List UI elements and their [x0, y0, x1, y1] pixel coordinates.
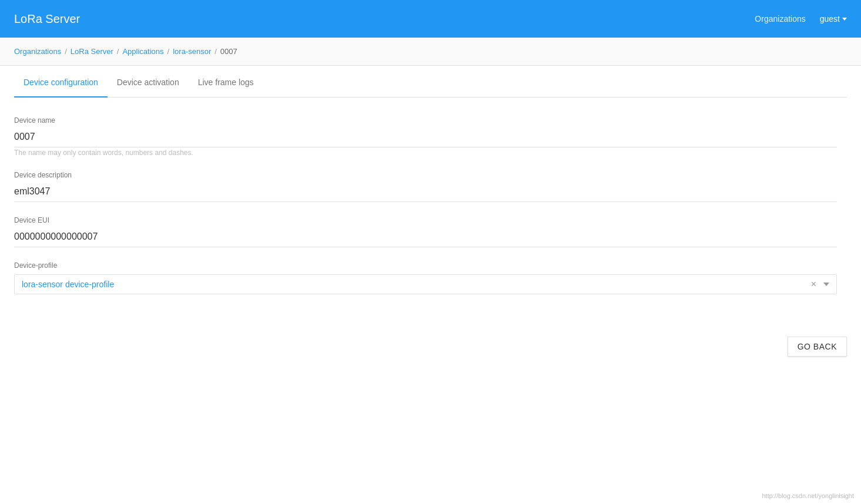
- device-name-label: Device name: [14, 116, 837, 125]
- footer-area: GO BACK: [14, 322, 847, 371]
- device-profile-label: Device-profile: [14, 261, 837, 270]
- breadcrumb-sep-4: /: [215, 47, 217, 56]
- select-icons: ×: [811, 279, 829, 290]
- device-profile-select[interactable]: lora-sensor device-profile ×: [14, 274, 837, 294]
- watermark: http://blog.csdn.net/yonglinisight: [762, 492, 854, 499]
- breadcrumb-sep-2: /: [117, 47, 119, 56]
- device-eui-value[interactable]: 0000000000000007: [14, 229, 837, 247]
- tab-device-configuration[interactable]: Device configuration: [14, 66, 108, 98]
- breadcrumb-organizations[interactable]: Organizations: [14, 47, 61, 56]
- go-back-button[interactable]: GO BACK: [788, 337, 847, 357]
- device-form: Device name 0007 The name may only conta…: [14, 116, 837, 322]
- breadcrumb-current: 0007: [220, 47, 237, 56]
- device-name-field: Device name 0007 The name may only conta…: [14, 116, 837, 157]
- top-navigation: LoRa Server Organizations guest: [0, 0, 861, 38]
- device-profile-selected-value: lora-sensor device-profile: [22, 280, 114, 289]
- breadcrumb-lora-sensor[interactable]: lora-sensor: [173, 47, 211, 56]
- device-description-label: Device description: [14, 171, 837, 179]
- brand-logo: LoRa Server: [14, 12, 755, 26]
- device-name-value[interactable]: 0007: [14, 129, 837, 147]
- select-clear-icon[interactable]: ×: [811, 279, 816, 290]
- device-description-value[interactable]: eml3047: [14, 184, 837, 202]
- main-content: Device configuration Device activation L…: [0, 66, 861, 504]
- breadcrumb-sep-1: /: [65, 47, 67, 56]
- breadcrumb-bar: Organizations / LoRa Server / Applicatio…: [0, 38, 861, 66]
- tabs-bar: Device configuration Device activation L…: [14, 66, 847, 98]
- select-arrow-icon: [823, 283, 829, 286]
- device-description-field: Device description eml3047: [14, 171, 837, 202]
- device-eui-field: Device EUI 0000000000000007: [14, 216, 837, 247]
- user-label: guest: [820, 14, 840, 23]
- user-menu[interactable]: guest: [820, 14, 847, 23]
- tab-device-activation[interactable]: Device activation: [108, 66, 189, 98]
- device-name-hint: The name may only contain words, numbers…: [14, 149, 193, 157]
- topnav-right: Organizations guest: [755, 14, 847, 23]
- device-eui-label: Device EUI: [14, 216, 837, 224]
- breadcrumb-applications[interactable]: Applications: [122, 47, 163, 56]
- chevron-down-icon: [842, 18, 847, 21]
- device-profile-field: Device-profile lora-sensor device-profil…: [14, 261, 837, 294]
- organizations-nav-link[interactable]: Organizations: [755, 14, 805, 23]
- breadcrumb-loraserver[interactable]: LoRa Server: [71, 47, 113, 56]
- tab-live-frame-logs[interactable]: Live frame logs: [189, 66, 263, 98]
- breadcrumb: Organizations / LoRa Server / Applicatio…: [14, 47, 237, 56]
- breadcrumb-sep-3: /: [167, 47, 170, 56]
